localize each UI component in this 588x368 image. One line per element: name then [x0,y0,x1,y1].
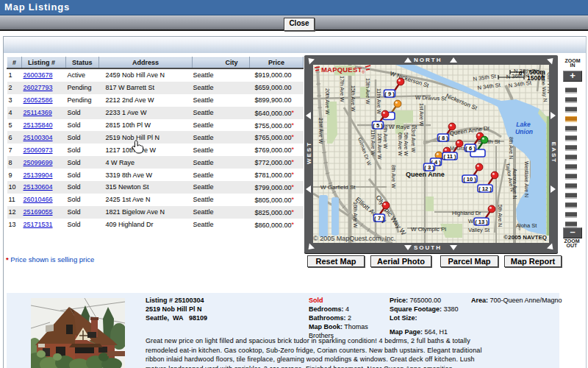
svg-text:13th Ave W: 13th Ave W [365,78,370,105]
svg-text:Westlake Ave N: Westlake Ave N [524,161,529,197]
svg-text:Valley St: Valley St [468,227,490,233]
svg-text:Union: Union [515,128,533,135]
svg-text:0: 0 [519,70,523,77]
svg-text:MAPQUEST: MAPQUEST [321,66,362,74]
svg-text:17th Ave W: 17th Ave W [340,76,345,102]
svg-text:W Garfield St: W Garfield St [320,184,356,191]
svg-text:3rd Ave W: 3rd Ave W [411,129,416,153]
svg-text:W Dravus St: W Dravus St [415,94,447,102]
svg-text:Aurora Ave N: Aurora Ave N [512,169,517,199]
svg-text:Lake: Lake [516,121,531,128]
svg-text:21st Ave W: 21st Ave W [318,118,323,144]
svg-text:®: ® [362,70,365,74]
svg-text:9th Ave W: 9th Ave W [383,125,388,149]
svg-text:8th Ave N: 8th Ave N [509,137,514,159]
svg-text:( 5 ): ( 5 ) [373,122,383,129]
svg-text:( 11 ): ( 11 ) [443,153,456,160]
svg-text:16th Ave W: 16th Ave W [353,202,358,228]
svg-text:20th Ave W: 20th Ave W [325,88,330,115]
svg-text:( 6 ): ( 6 ) [465,145,476,152]
svg-text:( 9 ): ( 9 ) [384,91,395,97]
svg-text:11th Ave W: 11th Ave W [370,130,376,156]
svg-text:( 7 ): ( 7 ) [374,215,384,222]
svg-text:1st Ave W: 1st Ave W [419,103,424,127]
svg-text:5th Ave N: 5th Ave N [498,205,503,227]
svg-text:5th Ave W: 5th Ave W [404,132,409,156]
svg-text:6th Ave W: 6th Ave W [398,132,403,156]
svg-text:©2005 NAVTEQ: ©2005 NAVTEQ [503,234,547,241]
svg-text:( 12 ): ( 12 ) [478,185,492,192]
svg-text:Aloha St: Aloha St [516,222,537,229]
svg-text:Carr Pl N: Carr Pl N [547,72,549,93]
svg-text:( 13 ): ( 13 ) [475,219,488,225]
svg-text:( 10 ): ( 10 ) [463,176,476,183]
svg-text:© 2005 MapQuest.com, Inc.: © 2005 MapQuest.com, Inc. [313,235,395,242]
svg-text:8th Ave W: 8th Ave W [391,165,396,188]
svg-text:W Olympic Pl: W Olympic Pl [411,226,446,233]
svg-text:15th Ave W: 15th Ave W [351,85,356,112]
svg-text:11th Ave W: 11th Ave W [376,88,381,115]
svg-text:Highland Dr: Highland Dr [452,210,481,216]
svg-text:( 8 ): ( 8 ) [438,135,448,141]
svg-text:Queen Anne: Queen Anne [406,171,445,178]
svg-text:1500ft: 1500ft [527,74,545,82]
svg-text:10th Ave W: 10th Ave W [377,133,382,160]
svg-text:( 3 ): ( 3 ) [424,164,434,171]
